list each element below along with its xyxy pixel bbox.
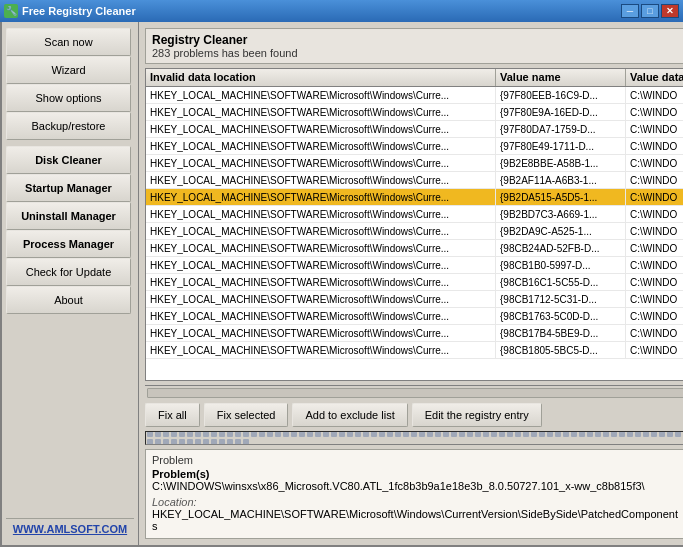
progress-dot <box>195 431 201 437</box>
app-icon: 🔧 <box>4 4 18 18</box>
problem-section-title: Problem <box>152 454 683 466</box>
logo-link[interactable]: WWW.AMLSOFT.COM <box>13 523 127 535</box>
progress-dot <box>451 431 457 437</box>
progress-dot <box>339 431 345 437</box>
minimize-button[interactable]: ─ <box>621 4 639 18</box>
cell-data: C:\WINDO <box>626 87 683 103</box>
maximize-button[interactable]: □ <box>641 4 659 18</box>
sidebar-btn-show-options[interactable]: Show options <box>6 84 131 112</box>
progress-dot <box>227 431 233 437</box>
h-scroll-track[interactable] <box>147 388 683 398</box>
progress-dot <box>467 431 473 437</box>
sidebar-btn-process-manager[interactable]: Process Manager <box>6 230 131 258</box>
progress-dot <box>227 439 233 445</box>
window-controls: ─ □ ✕ <box>621 4 679 18</box>
cell-data: C:\WINDO <box>626 240 683 256</box>
action-btn-add-exclude[interactable]: Add to exclude list <box>292 403 407 427</box>
table-row[interactable]: HKEY_LOCAL_MACHINE\SOFTWARE\Microsoft\Wi… <box>146 240 683 257</box>
table-row[interactable]: HKEY_LOCAL_MACHINE\SOFTWARE\Microsoft\Wi… <box>146 155 683 172</box>
cell-location: HKEY_LOCAL_MACHINE\SOFTWARE\Microsoft\Wi… <box>146 223 496 239</box>
action-buttons-row: Fix allFix selectedAdd to exclude listEd… <box>145 403 683 427</box>
cell-data: C:\WINDO <box>626 104 683 120</box>
progress-dot <box>363 431 369 437</box>
progress-dot <box>619 431 625 437</box>
sidebar-btn-scan-now[interactable]: Scan now <box>6 28 131 56</box>
table-row[interactable]: HKEY_LOCAL_MACHINE\SOFTWARE\Microsoft\Wi… <box>146 308 683 325</box>
cell-location: HKEY_LOCAL_MACHINE\SOFTWARE\Microsoft\Wi… <box>146 87 496 103</box>
cell-location: HKEY_LOCAL_MACHINE\SOFTWARE\Microsoft\Wi… <box>146 104 496 120</box>
horizontal-scrollbar[interactable] <box>145 385 683 399</box>
progress-dot <box>515 431 521 437</box>
registry-table: Invalid data location Value name Value d… <box>145 68 683 381</box>
progress-dot <box>531 431 537 437</box>
table-row[interactable]: HKEY_LOCAL_MACHINE\SOFTWARE\Microsoft\Wi… <box>146 291 683 308</box>
cell-location: HKEY_LOCAL_MACHINE\SOFTWARE\Microsoft\Wi… <box>146 240 496 256</box>
registry-cleaner-title: Registry Cleaner <box>152 33 683 47</box>
cell-data: C:\WINDO <box>626 189 683 205</box>
table-row[interactable]: HKEY_LOCAL_MACHINE\SOFTWARE\Microsoft\Wi… <box>146 325 683 342</box>
sidebar-btn-about[interactable]: About <box>6 286 131 314</box>
table-body[interactable]: HKEY_LOCAL_MACHINE\SOFTWARE\Microsoft\Wi… <box>146 87 683 380</box>
cell-data: C:\WINDO <box>626 291 683 307</box>
progress-dot <box>459 431 465 437</box>
cell-location: HKEY_LOCAL_MACHINE\SOFTWARE\Microsoft\Wi… <box>146 308 496 324</box>
table-row[interactable]: HKEY_LOCAL_MACHINE\SOFTWARE\Microsoft\Wi… <box>146 87 683 104</box>
progress-dot <box>539 431 545 437</box>
sidebar-btn-check-update[interactable]: Check for Update <box>6 258 131 286</box>
sidebar-btn-wizard[interactable]: Wizard <box>6 56 131 84</box>
progress-dot <box>155 439 161 445</box>
cell-data: C:\WINDO <box>626 342 683 358</box>
progress-dot <box>203 439 209 445</box>
progress-dot <box>211 439 217 445</box>
progress-dot <box>211 431 217 437</box>
table-row[interactable]: HKEY_LOCAL_MACHINE\SOFTWARE\Microsoft\Wi… <box>146 223 683 240</box>
action-btn-edit-registry[interactable]: Edit the registry entry <box>412 403 542 427</box>
cell-name: {97F80EEB-16C9-D... <box>496 87 626 103</box>
cell-data: C:\WINDO <box>626 172 683 188</box>
main-window: Scan nowWizardShow optionsBackup/restore… <box>0 22 683 547</box>
table-row[interactable]: HKEY_LOCAL_MACHINE\SOFTWARE\Microsoft\Wi… <box>146 274 683 291</box>
col-header-name[interactable]: Value name <box>496 69 626 86</box>
action-btn-fix-selected[interactable]: Fix selected <box>204 403 289 427</box>
col-header-location[interactable]: Invalid data location <box>146 69 496 86</box>
cell-data: C:\WINDO <box>626 121 683 137</box>
cell-name: {97F80DA7-1759-D... <box>496 121 626 137</box>
table-row[interactable]: HKEY_LOCAL_MACHINE\SOFTWARE\Microsoft\Wi… <box>146 189 683 206</box>
problem-path: C:\WINDOWS\winsxs\x86_Microsoft.VC80.ATL… <box>152 480 683 492</box>
table-row[interactable]: HKEY_LOCAL_MACHINE\SOFTWARE\Microsoft\Wi… <box>146 121 683 138</box>
sidebar-btn-startup-manager[interactable]: Startup Manager <box>6 174 131 202</box>
cell-name: {97F80E9A-16ED-D... <box>496 104 626 120</box>
sidebar-btn-disk-cleaner[interactable]: Disk Cleaner <box>6 146 131 174</box>
table-row[interactable]: HKEY_LOCAL_MACHINE\SOFTWARE\Microsoft\Wi… <box>146 342 683 359</box>
cell-name: {98CB17B4-5BE9-D... <box>496 325 626 341</box>
sidebar-btn-backup-restore[interactable]: Backup/restore <box>6 112 131 140</box>
cell-location: HKEY_LOCAL_MACHINE\SOFTWARE\Microsoft\Wi… <box>146 342 496 358</box>
progress-dot <box>147 431 153 437</box>
table-row[interactable]: HKEY_LOCAL_MACHINE\SOFTWARE\Microsoft\Wi… <box>146 138 683 155</box>
progress-dot <box>243 431 249 437</box>
progress-dot <box>547 431 553 437</box>
progress-dot <box>387 431 393 437</box>
close-button[interactable]: ✕ <box>661 4 679 18</box>
progress-dot <box>299 431 305 437</box>
sidebar-btn-uninstall-manager[interactable]: Uninstall Manager <box>6 202 131 230</box>
progress-dot <box>155 431 161 437</box>
table-row[interactable]: HKEY_LOCAL_MACHINE\SOFTWARE\Microsoft\Wi… <box>146 172 683 189</box>
progress-dot <box>347 431 353 437</box>
cell-data: C:\WINDO <box>626 325 683 341</box>
progress-dot <box>307 431 313 437</box>
cell-location: HKEY_LOCAL_MACHINE\SOFTWARE\Microsoft\Wi… <box>146 189 496 205</box>
progress-dot <box>283 431 289 437</box>
progress-dot <box>243 439 249 445</box>
cell-location: HKEY_LOCAL_MACHINE\SOFTWARE\Microsoft\Wi… <box>146 291 496 307</box>
progress-dot <box>259 431 265 437</box>
col-header-data[interactable]: Value data <box>626 69 683 86</box>
progress-dot <box>483 431 489 437</box>
table-row[interactable]: HKEY_LOCAL_MACHINE\SOFTWARE\Microsoft\Wi… <box>146 104 683 121</box>
table-row[interactable]: HKEY_LOCAL_MACHINE\SOFTWARE\Microsoft\Wi… <box>146 257 683 274</box>
action-btn-fix-all[interactable]: Fix all <box>145 403 200 427</box>
cell-name: {98CB1763-5C0D-D... <box>496 308 626 324</box>
table-row[interactable]: HKEY_LOCAL_MACHINE\SOFTWARE\Microsoft\Wi… <box>146 206 683 223</box>
progress-dot <box>355 431 361 437</box>
logo-area: WWW.AMLSOFT.COM <box>6 518 134 539</box>
